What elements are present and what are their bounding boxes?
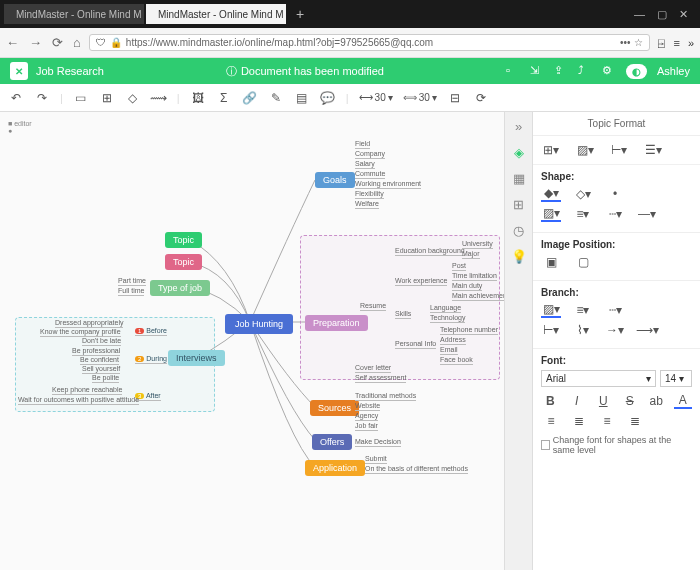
image-icon[interactable]: 🖼 (190, 90, 206, 106)
img-left[interactable]: ▣ (541, 254, 561, 270)
relation-icon[interactable]: ⟿ (151, 90, 167, 106)
leaf[interactable]: Know the company profile (40, 328, 121, 337)
leaf[interactable]: Salary (355, 160, 375, 169)
node-sources[interactable]: Sources (310, 400, 359, 416)
undo-button[interactable]: ↶ (8, 90, 24, 106)
leaf[interactable]: Time limitation (452, 272, 497, 281)
italic-button[interactable]: I (568, 393, 587, 409)
leaf[interactable]: Sell yourself (82, 365, 120, 374)
leaf[interactable]: Job fair (355, 422, 378, 431)
underline-button[interactable]: U (594, 393, 613, 409)
node-application[interactable]: Application (305, 460, 365, 476)
user-avatar[interactable]: ◐ (626, 64, 647, 79)
leaf[interactable]: Full time (118, 287, 144, 296)
node-goals[interactable]: Goals (315, 172, 355, 188)
case-button[interactable]: ab (647, 393, 666, 409)
topic-icon[interactable]: ▭ (73, 90, 89, 106)
brush-icon[interactable]: ✎ (268, 90, 284, 106)
line-style[interactable]: —▾ (637, 206, 657, 222)
refresh-icon[interactable]: ⟳ (473, 90, 489, 106)
leaf[interactable]: Email (440, 346, 458, 355)
same-level-checkbox[interactable]: Change font for shapes at the same level (541, 435, 692, 455)
share-icon[interactable]: ⤴ (578, 64, 592, 78)
leaf[interactable]: Part time (118, 277, 146, 286)
node-prep[interactable]: Preparation (305, 315, 368, 331)
style-btn[interactable]: ▨▾ (575, 142, 595, 158)
leaf[interactable]: Keep phone reachable (52, 386, 122, 395)
leaf[interactable]: Face book (440, 356, 473, 365)
new-tab-button[interactable]: + (288, 6, 312, 22)
leaf[interactable]: Welfare (355, 200, 379, 209)
branch-style2[interactable]: ⌇▾ (573, 322, 593, 338)
leaf[interactable]: Flexibility (355, 190, 384, 199)
leaf[interactable]: Make Decision (355, 438, 401, 447)
font-color[interactable]: A (674, 393, 693, 409)
leaf[interactable]: Wait for outcomes with positive attitude (18, 396, 139, 405)
leaf-resume[interactable]: Resume (360, 302, 386, 311)
settings-icon[interactable]: ⚙ (602, 64, 616, 78)
leaf[interactable]: Skills (395, 310, 411, 319)
close-button[interactable]: ✕ (679, 8, 688, 21)
leaf[interactable]: Technology (430, 314, 465, 323)
leaf[interactable]: Be confident (80, 356, 119, 365)
line-weight[interactable]: ≡▾ (573, 206, 593, 222)
align-left[interactable]: ≡ (541, 413, 561, 429)
link-icon[interactable]: 🔗 (242, 90, 258, 106)
subtopic-icon[interactable]: ⊞ (99, 90, 115, 106)
maximize-button[interactable]: ▢ (657, 8, 667, 21)
history-tab-icon[interactable]: ◷ (511, 222, 527, 238)
browser-tab-active[interactable]: MindMaster - Online Mind M× (146, 4, 286, 24)
idea-tab-icon[interactable]: 💡 (511, 248, 527, 264)
leaf[interactable]: Working environment (355, 180, 421, 189)
font-size-select[interactable]: 14 ▾ (660, 370, 692, 387)
branch-end[interactable]: ⟶▾ (637, 322, 657, 338)
branch-style1[interactable]: ⊢▾ (541, 322, 561, 338)
bookmark-icon[interactable]: ☆ (634, 37, 643, 48)
leaf[interactable]: University (462, 240, 493, 249)
font-family-select[interactable]: Arial ▾ (541, 370, 656, 387)
leaf[interactable]: Self assessment (355, 374, 406, 383)
menu-icon[interactable]: ≡ (673, 37, 679, 49)
tag-before[interactable]: 1 Before (135, 327, 167, 336)
tag-during[interactable]: 2 During (135, 355, 167, 364)
format-tab-icon[interactable]: ◈ (511, 144, 527, 160)
leaf[interactable]: Don't be late (82, 337, 121, 346)
align-justify[interactable]: ≣ (625, 413, 645, 429)
branch-btn[interactable]: ⊢▾ (609, 142, 629, 158)
leaf[interactable]: Be professional (72, 347, 120, 356)
node-offers[interactable]: Offers (312, 434, 352, 450)
node-topic[interactable]: Topic (165, 232, 202, 248)
layout-btn[interactable]: ⊞▾ (541, 142, 561, 158)
leaf[interactable]: Website (355, 402, 380, 411)
leaf[interactable]: Submit (365, 455, 387, 464)
spacing-h[interactable]: ⟷ 30 ▾ (359, 92, 393, 103)
leaf[interactable]: Language (430, 304, 461, 313)
branch-color[interactable]: ▨▾ (541, 302, 561, 318)
back-button[interactable]: ← (6, 35, 19, 50)
list-btn[interactable]: ☰▾ (643, 142, 663, 158)
browser-tab[interactable]: MindMaster - Online Mind M× (4, 4, 144, 24)
expand-icon[interactable]: » (511, 118, 527, 134)
minimize-button[interactable]: — (634, 8, 645, 21)
align-right[interactable]: ≡ (597, 413, 617, 429)
leaf[interactable]: Major (462, 250, 480, 259)
leaf[interactable]: On the basis of different methods (365, 465, 468, 474)
leaf[interactable]: Address (440, 336, 466, 345)
leaf[interactable]: Post (452, 262, 466, 271)
forward-button[interactable]: → (29, 35, 42, 50)
strike-button[interactable]: S (621, 393, 640, 409)
home-button[interactable]: ⌂ (73, 35, 81, 50)
formula-icon[interactable]: Σ (216, 90, 232, 106)
node-topic[interactable]: Topic (165, 254, 202, 270)
cloud-icon[interactable]: ⇪ (554, 64, 568, 78)
leaf[interactable]: Field (355, 140, 370, 149)
leaf[interactable]: Telephone number (440, 326, 498, 335)
shape-type[interactable]: ◇▾ (573, 186, 593, 202)
leaf[interactable]: Commute (355, 170, 385, 179)
branch-arrow[interactable]: →▾ (605, 322, 625, 338)
node-type[interactable]: Type of job (150, 280, 210, 296)
leaf[interactable]: Be polite (92, 374, 119, 383)
leaf[interactable]: Work experience (395, 277, 447, 286)
line-color[interactable]: ▨▾ (541, 206, 561, 222)
central-topic[interactable]: Job Hunting (225, 314, 293, 334)
